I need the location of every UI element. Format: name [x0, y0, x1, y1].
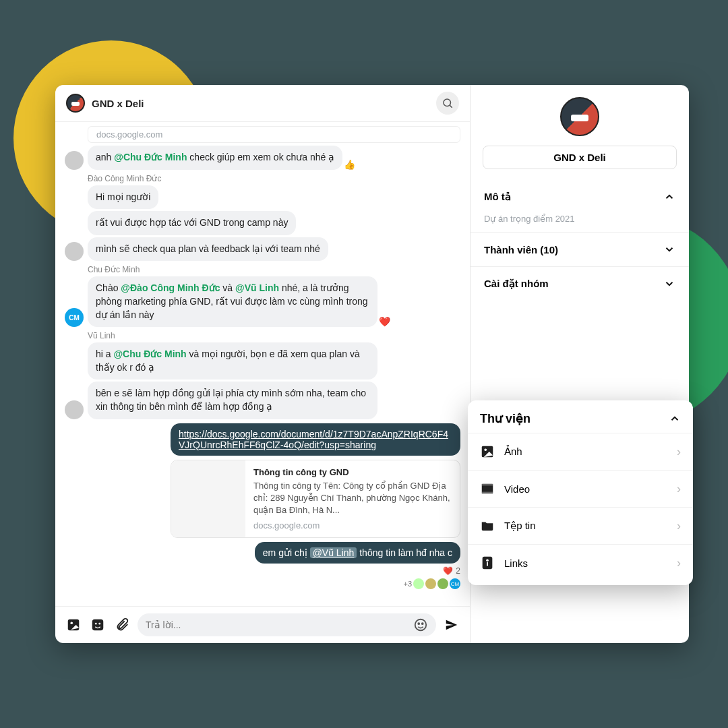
sticker-button[interactable] [89, 616, 107, 634]
seen-avatar [425, 578, 436, 589]
section-title: Mô tả [484, 191, 511, 203]
link-icon [480, 555, 495, 570]
avatar[interactable]: CM [65, 308, 84, 327]
svg-point-7 [415, 619, 427, 631]
reaction-heart-icon: ❤️ [443, 566, 453, 576]
chevron-right-icon: › [677, 482, 681, 496]
section-members[interactable]: Thành viên (10) [471, 232, 689, 266]
library-item-video[interactable]: Video › [468, 470, 693, 507]
video-icon [480, 481, 495, 496]
emoji-icon[interactable] [413, 617, 428, 632]
message-bubble[interactable]: anh @Chu Đức Minh check giúp em xem ok c… [88, 146, 342, 170]
library-item-label: Ảnh [504, 446, 677, 458]
reaction-heart[interactable]: ❤️ [379, 316, 390, 327]
sender-name: Đào Công Minh Đức [88, 174, 460, 183]
link-card[interactable]: Thông tin công ty GND Thông tin công ty … [171, 460, 460, 539]
section-title: Thành viên (10) [484, 244, 558, 255]
reply-input[interactable] [146, 619, 413, 630]
message-text: thông tin làm hđ nha c [357, 547, 452, 558]
mention[interactable]: @Vũ Linh [310, 547, 357, 558]
avatar[interactable] [65, 242, 84, 261]
svg-point-9 [422, 623, 423, 624]
search-icon [442, 97, 454, 109]
reaction-thumbsup[interactable]: 👍 [344, 159, 355, 170]
library-item-label: Links [504, 557, 677, 569]
group-avatar-large[interactable] [560, 97, 599, 136]
message-text: và [220, 282, 235, 293]
message-bubble[interactable]: hi a @Chu Đức Minh và mọi người, bọn e đ… [88, 342, 377, 380]
library-item-files[interactable]: Tệp tin › [468, 507, 693, 544]
card-desc: Thông tin công ty Tên: Công ty cổ phần G… [253, 480, 452, 517]
message-list[interactable]: docs.google.com anh @Chu Đức Minh check … [55, 122, 470, 606]
section-description[interactable]: Mô tả [471, 180, 689, 214]
folder-icon [480, 518, 495, 533]
reply-input-wrap[interactable] [138, 613, 436, 636]
chevron-right-icon: › [677, 556, 681, 570]
chevron-right-icon: › [677, 445, 681, 459]
image-icon [66, 617, 81, 632]
message-bubble-own[interactable]: em gửi chị @Vũ Linh thông tin làm hđ nha… [255, 542, 460, 564]
mention[interactable]: @Chu Đức Minh [114, 152, 187, 162]
message-bubble[interactable]: Chào @Đào Công Minh Đức và @Vũ Linh nhé,… [88, 276, 377, 327]
svg-line-1 [450, 105, 452, 107]
svg-point-11 [484, 448, 487, 451]
card-source: docs.google.com [253, 520, 452, 530]
library-item-images[interactable]: Ảnh › [468, 433, 693, 470]
seen-avatar [413, 578, 424, 589]
message-bubble[interactable]: mình sẽ check qua plan và feedback lại v… [88, 237, 328, 262]
sender-name: Chu Đức Minh [88, 265, 460, 274]
seen-avatar [437, 578, 448, 589]
paperclip-icon [115, 617, 129, 632]
avatar[interactable] [65, 151, 84, 170]
chat-title: GND x Deli [92, 98, 436, 109]
description-text: Dự án trọng điểm 2021 [471, 214, 689, 232]
send-icon [444, 617, 459, 632]
message-row: anh @Chu Đức Minh check giúp em xem ok c… [65, 146, 460, 170]
svg-point-5 [95, 623, 97, 625]
reaction-count: 2 [456, 566, 460, 576]
message-bubble[interactable]: Hi mọi người [88, 185, 158, 210]
group-avatar-icon [66, 94, 85, 113]
message-bubble[interactable]: bên e sẽ làm hợp đồng gửi lại phía cty m… [88, 382, 377, 419]
reaction-counter[interactable]: ❤️ 2 [443, 566, 460, 576]
section-title: Cài đặt nhóm [484, 278, 549, 290]
mention[interactable]: @Vũ Linh [235, 282, 279, 293]
composer [55, 606, 470, 643]
library-card: Thư viện Ảnh › Video › Tệp tin › Links › [468, 400, 693, 585]
svg-rect-14 [482, 492, 493, 494]
message-text: em gửi chị [263, 547, 310, 558]
image-icon [480, 444, 495, 459]
svg-point-0 [444, 99, 451, 107]
search-button[interactable] [436, 92, 459, 115]
seen-by[interactable]: +3 CM [403, 578, 460, 589]
chevron-down-icon [663, 243, 675, 255]
message-bubble[interactable]: rất vui được hợp tác với GND trong camp … [88, 211, 296, 235]
library-item-links[interactable]: Links › [468, 544, 693, 581]
attach-image-button[interactable] [65, 616, 82, 634]
app-window: GND x Deli docs.google.com anh @Chu Đức … [55, 85, 689, 643]
group-name[interactable]: GND x Deli [483, 146, 677, 169]
message-text: anh [96, 152, 114, 162]
shared-link[interactable]: https://docs.google.com/document/d/1z7T9… [179, 429, 448, 450]
chat-header: GND x Deli [55, 85, 470, 122]
sender-name: Vũ Linh [88, 331, 460, 340]
svg-point-8 [418, 623, 419, 624]
svg-point-6 [98, 623, 100, 625]
outgoing-group: https://docs.google.com/document/d/1z7T9… [65, 423, 460, 590]
library-title: Thư viện [480, 411, 530, 426]
attach-file-button[interactable] [113, 616, 131, 634]
chevron-up-icon [669, 413, 681, 425]
avatar[interactable] [65, 400, 84, 419]
send-button[interactable] [443, 616, 460, 634]
chevron-down-icon [663, 278, 675, 290]
chat-column: GND x Deli docs.google.com anh @Chu Đức … [55, 85, 471, 643]
section-group-settings[interactable]: Cài đặt nhóm [471, 266, 689, 301]
link-preview-source[interactable]: docs.google.com [88, 126, 460, 143]
mention[interactable]: @Đào Công Minh Đức [121, 282, 220, 293]
svg-rect-13 [482, 484, 493, 486]
card-thumb [171, 460, 245, 538]
message-bubble-own[interactable]: https://docs.google.com/document/d/1z7T9… [171, 423, 460, 456]
library-item-label: Tệp tin [504, 520, 677, 532]
svg-point-3 [70, 621, 73, 624]
mention[interactable]: @Chu Đức Minh [113, 348, 186, 359]
